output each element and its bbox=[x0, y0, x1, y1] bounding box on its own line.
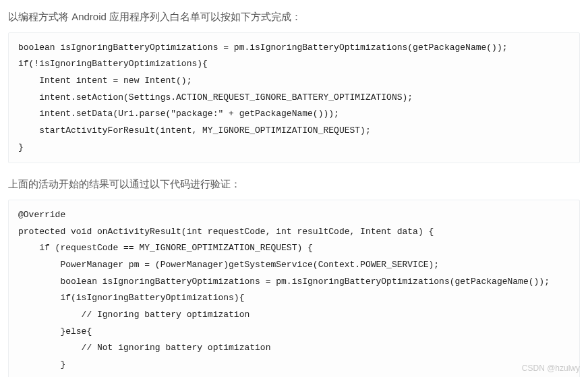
code-content-2: @Override protected void onActivityResul… bbox=[18, 207, 570, 377]
code-block-1: boolean isIgnoringBatteryOptimizations =… bbox=[8, 32, 580, 164]
code-content-1: boolean isIgnoringBatteryOptimizations =… bbox=[18, 40, 570, 156]
verify-paragraph: 上面的活动开始的结果可以通过以下代码进行验证： bbox=[8, 175, 580, 193]
intro-paragraph: 以编程方式将 Android 应用程序列入白名单可以按如下方式完成： bbox=[8, 8, 580, 26]
code-block-2: @Override protected void onActivityResul… bbox=[8, 200, 580, 377]
watermark-text: CSDN @hzulwy bbox=[522, 364, 580, 373]
